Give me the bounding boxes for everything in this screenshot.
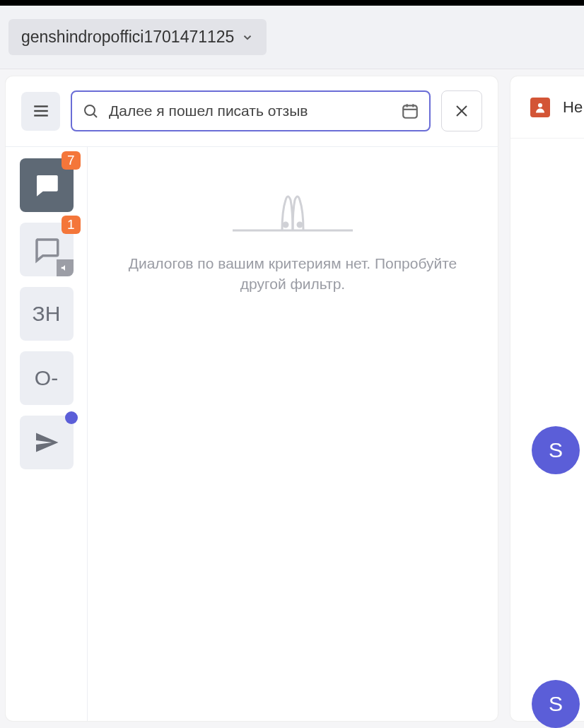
nav-label: ЗН [33,302,61,326]
nav-o[interactable]: О- [20,351,74,405]
nav-zn[interactable]: ЗН [20,287,74,341]
nav-send[interactable] [20,416,74,469]
close-button[interactable] [441,90,482,131]
rabbit-illustration [233,189,353,232]
avatar-letter: S [549,438,563,462]
menu-button[interactable] [21,92,60,131]
dot-badge [65,411,78,424]
avatar-letter: S [549,692,563,716]
chat-bubble-icon [32,170,62,200]
svg-point-12 [284,223,288,227]
chevron-down-icon [241,31,254,44]
search-icon [82,102,99,119]
right-header: Не [510,76,584,139]
header-bar: genshindropoffici1701471125 [0,6,584,69]
svg-rect-5 [403,105,417,117]
empty-message: Диалогов по вашим критериям нет. Попробу… [109,253,477,295]
svg-point-14 [538,103,542,107]
right-title: Не [563,98,583,117]
svg-point-3 [85,105,95,115]
top-bar [0,0,584,6]
floating-avatar-1[interactable]: S [532,426,580,474]
close-icon [453,102,470,119]
nav-chats-muted[interactable]: 1 [20,223,74,276]
main-area: 7 1 ЗН О- [0,69,584,728]
svg-line-4 [94,115,98,118]
svg-point-13 [298,223,302,227]
panel-right: Не S S [510,76,584,721]
sidebar: 7 1 ЗН О- [6,147,88,721]
floating-avatar-2[interactable]: S [532,680,580,728]
nav-label: О- [35,366,58,390]
search-row [6,76,498,146]
nav-badge: 7 [62,151,81,170]
account-dropdown[interactable]: genshindropoffici1701471125 [8,19,267,55]
mute-corner-icon [57,259,74,276]
account-name: genshindropoffici1701471125 [21,28,234,47]
hamburger-icon [32,102,50,120]
search-input[interactable] [109,102,391,119]
nav-badge: 1 [62,216,81,234]
paper-plane-icon [34,430,59,455]
person-icon [530,98,550,117]
calendar-icon[interactable] [401,102,419,120]
content-row: 7 1 ЗН О- [6,146,498,721]
panel-left: 7 1 ЗН О- [6,76,498,721]
search-box [71,90,431,131]
empty-state: Диалогов по вашим критериям нет. Попробу… [88,147,498,721]
nav-chats-active[interactable]: 7 [20,158,74,212]
